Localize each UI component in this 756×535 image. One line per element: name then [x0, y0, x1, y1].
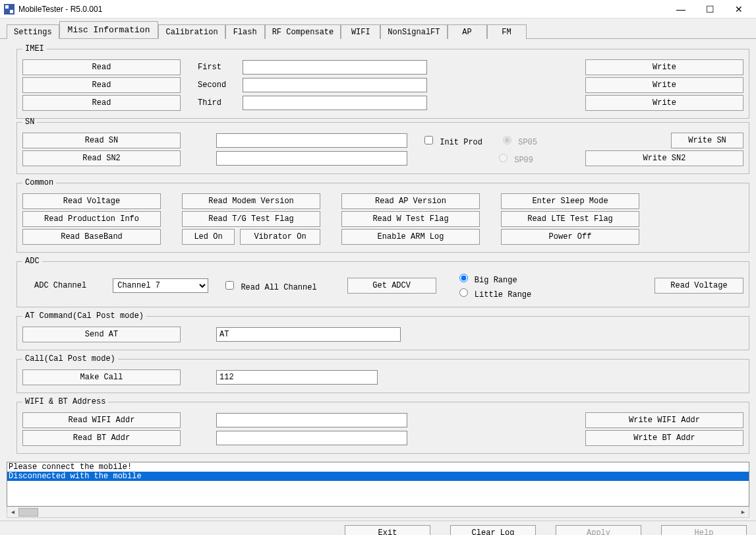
adc-channel-label: ADC Channel — [34, 281, 86, 290]
sn2-input[interactable] — [216, 151, 407, 166]
sp09-radio — [499, 154, 508, 162]
imei-second-label: Second — [198, 80, 237, 90]
clear-log-button[interactable]: Clear Log — [450, 525, 536, 535]
log-line-selected: Disconnected with the mobile — [7, 472, 749, 481]
wifi-bt-group: WIFI & BT Address Read WIFI Addr Write W… — [16, 397, 749, 454]
enable-arm-log-button[interactable]: Enable ARM Log — [341, 229, 480, 245]
led-on-button[interactable]: Led On — [182, 229, 235, 245]
write-bt-addr-button[interactable]: Write BT Addr — [585, 430, 743, 446]
imei-first-input[interactable] — [243, 60, 427, 75]
tab-bar: Settings Misc Information Calibration Fl… — [0, 18, 756, 39]
read-voltage-button[interactable]: Read Voltage — [22, 193, 161, 209]
log-output: Please connect the mobile! Disconnected … — [7, 462, 749, 507]
read-modem-version-button[interactable]: Read Modem Version — [182, 193, 320, 209]
make-call-button[interactable]: Make Call — [22, 369, 181, 385]
tab-ap[interactable]: AP — [448, 24, 487, 39]
scroll-right-icon[interactable]: ▶ — [738, 507, 749, 517]
get-adcv-button[interactable]: Get ADCV — [347, 278, 436, 294]
minimize-button[interactable]: — — [666, 1, 695, 18]
tab-flash[interactable]: Flash — [225, 24, 265, 39]
tab-fm[interactable]: FM — [487, 24, 527, 39]
scroll-left-icon[interactable]: ◀ — [7, 507, 18, 517]
imei-legend: IMEI — [22, 44, 47, 53]
window-title: MobileTester - R5.0.001 — [18, 5, 102, 14]
imei-write-third-button[interactable]: Write — [585, 95, 743, 111]
read-all-channel-checkbox[interactable] — [225, 281, 234, 290]
enter-sleep-mode-button[interactable]: Enter Sleep Mode — [501, 193, 639, 209]
log-line: Please connect the mobile! — [7, 462, 749, 472]
imei-third-input[interactable] — [243, 96, 427, 110]
tab-calibration[interactable]: Calibration — [158, 24, 225, 39]
read-bt-addr-button[interactable]: Read BT Addr — [22, 430, 181, 446]
imei-read-first-button[interactable]: Read — [22, 59, 181, 75]
call-group: Call(Cal Post mode) Make Call — [16, 354, 749, 393]
read-tg-test-flag-button[interactable]: Read T/G Test Flag — [182, 211, 320, 227]
sp05-radio-label: SP05 — [500, 138, 537, 147]
horizontal-scrollbar[interactable]: ◀ ▶ — [7, 507, 749, 518]
imei-group: IMEI Read First Write Read Second Write … — [16, 44, 749, 119]
help-button[interactable]: Help — [661, 525, 747, 535]
imei-read-third-button[interactable]: Read — [22, 95, 181, 111]
adc-group: ADC ADC Channel Channel 7 Read All Chann… — [16, 257, 749, 307]
tab-settings[interactable]: Settings — [7, 24, 59, 39]
bottom-bar: Exit Clear Log Apply Help — [0, 520, 756, 535]
common-group: Common Read Voltage Read Modem Version R… — [16, 178, 749, 253]
bt-addr-input[interactable] — [216, 431, 407, 445]
init-prod-checkbox[interactable] — [424, 136, 433, 144]
sp05-radio — [503, 136, 511, 144]
app-icon — [4, 4, 15, 15]
at-command-input[interactable] — [216, 327, 401, 342]
call-legend: Call(Cal Post mode) — [22, 354, 118, 363]
adc-channel-select[interactable]: Channel 7 — [113, 278, 208, 293]
little-range-radio[interactable] — [459, 288, 468, 297]
wifi-addr-input[interactable] — [216, 413, 407, 427]
tab-rf-compensate[interactable]: RF Compensate — [265, 24, 341, 39]
read-wifi-addr-button[interactable]: Read WIFI Addr — [22, 412, 181, 428]
common-legend: Common — [22, 178, 56, 187]
imei-first-label: First — [198, 63, 237, 72]
exit-button[interactable]: Exit — [345, 525, 430, 535]
wifi-bt-legend: WIFI & BT Address — [22, 397, 108, 406]
big-range-radio-label[interactable]: Big Range — [456, 272, 532, 285]
power-off-button[interactable]: Power Off — [501, 229, 639, 245]
imei-second-input[interactable] — [243, 78, 427, 92]
titlebar: MobileTester - R5.0.001 — ☐ ✕ — [0, 0, 756, 18]
tab-nonsignalft[interactable]: NonSignalFT — [380, 24, 447, 39]
read-sn2-button[interactable]: Read SN2 — [22, 150, 181, 166]
tab-wifi[interactable]: WIFI — [341, 24, 380, 39]
little-range-radio-label[interactable]: Little Range — [456, 286, 532, 299]
read-baseband-button[interactable]: Read BaseBand — [22, 229, 161, 245]
read-sn-button[interactable]: Read SN — [22, 133, 181, 148]
vibrator-on-button[interactable]: Vibrator On — [240, 229, 320, 245]
read-all-channel-checkbox-label[interactable]: Read All Channel — [223, 279, 316, 292]
tab-misc-information[interactable]: Misc Information — [59, 21, 159, 38]
read-ap-version-button[interactable]: Read AP Version — [341, 193, 480, 209]
read-w-test-flag-button[interactable]: Read W Test Flag — [341, 211, 480, 227]
at-command-group: AT Command(Cal Post mode) Send AT — [16, 311, 749, 350]
imei-write-first-button[interactable]: Write — [585, 59, 743, 75]
sp09-radio-label: SP09 — [496, 156, 533, 165]
apply-button[interactable]: Apply — [556, 525, 641, 535]
imei-third-label: Third — [198, 98, 237, 108]
sn-input[interactable] — [216, 133, 407, 148]
write-wifi-addr-button[interactable]: Write WIFI Addr — [585, 412, 743, 428]
adc-read-voltage-button[interactable]: Read Voltage — [654, 278, 743, 294]
call-number-input[interactable] — [216, 370, 378, 385]
big-range-radio[interactable] — [459, 274, 468, 282]
write-sn2-button[interactable]: Write SN2 — [585, 150, 743, 166]
write-sn-button[interactable]: Write SN — [671, 133, 743, 148]
imei-read-second-button[interactable]: Read — [22, 77, 181, 93]
sn-group: SN Read SN Init Prod SP05 Write SN Read … — [16, 117, 749, 174]
maximize-button[interactable]: ☐ — [695, 1, 724, 18]
at-command-legend: AT Command(Cal Post mode) — [22, 311, 146, 321]
scroll-thumb[interactable] — [18, 508, 38, 517]
close-button[interactable]: ✕ — [724, 1, 753, 18]
imei-write-second-button[interactable]: Write — [585, 77, 743, 93]
send-at-button[interactable]: Send AT — [22, 327, 181, 342]
read-lte-test-flag-button[interactable]: Read LTE Test Flag — [501, 211, 639, 227]
init-prod-checkbox-label[interactable]: Init Prod — [422, 134, 482, 147]
sn-legend: SN — [22, 117, 37, 127]
adc-legend: ADC — [22, 257, 42, 266]
read-production-info-button[interactable]: Read Production Info — [22, 211, 161, 227]
